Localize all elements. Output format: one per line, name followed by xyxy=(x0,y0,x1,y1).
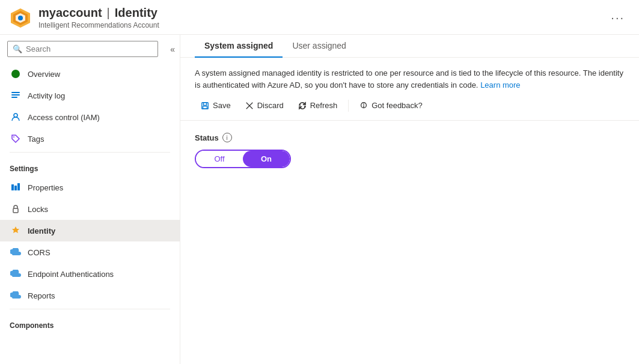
status-label: Status xyxy=(195,133,219,142)
sidebar-item-activity-log[interactable]: Activity log xyxy=(0,85,180,106)
identity-label: Identity xyxy=(28,226,55,235)
content-area: System assigned User assigned A system a… xyxy=(180,35,639,364)
search-box[interactable]: 🔍 xyxy=(7,41,158,57)
header-title-block: myaccount | Identity Intelligent Recomme… xyxy=(38,6,606,29)
properties-label: Properties xyxy=(28,183,63,192)
endpoint-auth-icon xyxy=(10,268,22,280)
description-body: A system assigned managed identity is re… xyxy=(195,68,623,89)
save-icon xyxy=(201,102,209,110)
title-prefix: myaccount xyxy=(38,6,102,20)
sidebar-item-locks[interactable]: Locks xyxy=(0,198,180,220)
svg-rect-16 xyxy=(203,106,207,108)
reports-label: Reports xyxy=(28,291,55,300)
feedback-icon xyxy=(359,102,368,110)
search-input[interactable] xyxy=(26,44,153,53)
sidebar-item-properties[interactable]: Properties xyxy=(0,177,180,198)
settings-section-label: Settings xyxy=(0,155,180,177)
status-label-row: Status i xyxy=(195,133,625,142)
nav-divider xyxy=(10,152,170,153)
toggle-on-option[interactable]: On xyxy=(243,151,290,167)
app-icon xyxy=(10,7,31,29)
svg-rect-7 xyxy=(11,97,17,98)
collapse-sidebar-button[interactable]: « xyxy=(165,42,180,56)
title-separator: | xyxy=(107,6,110,20)
action-toolbar: Save Discard Refresh xyxy=(180,91,639,121)
svg-point-4 xyxy=(11,70,20,78)
more-options-button[interactable]: ··· xyxy=(606,8,629,27)
page-title: myaccount | Identity xyxy=(38,6,606,20)
learn-more-link[interactable]: Learn more xyxy=(480,80,520,89)
sidebar-item-overview[interactable]: Overview xyxy=(0,63,180,85)
sidebar-item-reports[interactable]: Reports xyxy=(0,285,180,306)
svg-point-8 xyxy=(14,114,17,117)
access-control-icon xyxy=(10,111,22,123)
svg-rect-12 xyxy=(17,183,20,190)
access-control-label: Access control (IAM) xyxy=(28,113,100,122)
refresh-button[interactable]: Refresh xyxy=(292,98,344,113)
svg-rect-11 xyxy=(14,186,17,190)
cors-icon xyxy=(10,246,22,258)
sidebar-item-identity[interactable]: Identity xyxy=(0,220,180,241)
tags-label: Tags xyxy=(28,135,44,144)
status-section: Status i Off On xyxy=(180,121,639,180)
cors-label: CORS xyxy=(28,248,50,257)
identity-icon xyxy=(10,225,22,237)
sidebar-item-tags[interactable]: Tags xyxy=(0,128,180,150)
search-icon: 🔍 xyxy=(13,44,22,53)
title-page: Identity xyxy=(115,6,157,20)
save-label: Save xyxy=(213,101,231,110)
refresh-label: Refresh xyxy=(310,101,338,110)
sidebar: 🔍 « Overview Activity log xyxy=(0,35,180,364)
svg-rect-13 xyxy=(13,208,18,213)
activity-log-icon xyxy=(10,89,22,102)
discard-button[interactable]: Discard xyxy=(239,98,290,113)
status-toggle[interactable]: Off On xyxy=(195,150,291,168)
endpoint-auth-label: Endpoint Authentications xyxy=(28,270,114,279)
components-section-label: Components xyxy=(0,312,180,333)
activity-log-label: Activity log xyxy=(28,91,65,100)
svg-rect-5 xyxy=(11,92,20,93)
reports-icon xyxy=(10,290,22,302)
svg-rect-10 xyxy=(11,184,14,190)
status-info-icon[interactable]: i xyxy=(222,133,232,142)
tab-system-assigned[interactable]: System assigned xyxy=(195,35,283,58)
toggle-off-option[interactable]: Off xyxy=(196,151,243,167)
svg-point-20 xyxy=(363,103,364,105)
feedback-button[interactable]: Got feedback? xyxy=(353,98,429,113)
svg-point-9 xyxy=(13,136,14,138)
overview-label: Overview xyxy=(28,70,60,79)
main-layout: 🔍 « Overview Activity log xyxy=(0,35,639,364)
tags-icon xyxy=(10,133,22,145)
page-subtitle: Intelligent Recommendations Account xyxy=(38,21,606,29)
discard-icon xyxy=(245,102,254,110)
settings-divider xyxy=(10,309,170,309)
properties-icon xyxy=(10,181,22,193)
svg-rect-6 xyxy=(11,94,20,96)
toolbar-separator xyxy=(348,100,349,112)
svg-rect-15 xyxy=(203,102,206,105)
locks-label: Locks xyxy=(28,205,48,214)
sidebar-item-cors[interactable]: CORS xyxy=(0,241,180,263)
page-header: myaccount | Identity Intelligent Recomme… xyxy=(0,0,639,35)
sidebar-item-endpoint-auth[interactable]: Endpoint Authentications xyxy=(0,263,180,285)
discard-label: Discard xyxy=(257,101,284,110)
svg-point-3 xyxy=(18,16,23,20)
tab-user-assigned[interactable]: User assigned xyxy=(283,35,356,58)
sidebar-item-access-control[interactable]: Access control (IAM) xyxy=(0,106,180,128)
tab-bar: System assigned User assigned xyxy=(180,35,639,58)
save-button[interactable]: Save xyxy=(195,98,237,113)
feedback-label: Got feedback? xyxy=(371,101,423,110)
overview-icon xyxy=(10,68,22,80)
refresh-icon xyxy=(298,102,307,110)
description-text: A system assigned managed identity is re… xyxy=(195,67,625,91)
locks-icon xyxy=(10,203,22,215)
